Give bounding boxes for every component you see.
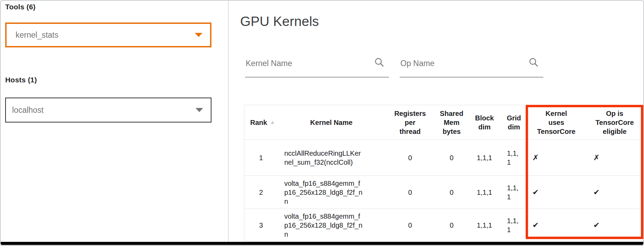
cell-kernel-uses-tensorcore: ✗ <box>527 140 586 176</box>
sidebar-divider <box>228 1 229 243</box>
kernel-name-filter <box>245 52 389 78</box>
cell-registers-per-thread: 0 <box>385 176 435 209</box>
column-header-registers-per-thread[interactable]: Registers per thread <box>385 105 435 140</box>
table-header-row: Rank▲ Kernel Name Registers per thread S… <box>244 105 644 140</box>
cell-shared-mem-bytes: 0 <box>435 176 468 209</box>
cell-kernel-uses-tensorcore: ✔ <box>527 176 586 209</box>
bottom-bar <box>1 242 643 245</box>
cell-grid-dim: 1,1,1 <box>501 209 527 242</box>
op-name-filter <box>400 52 543 78</box>
cell-kernel-name: volta_fp16_s884gemm_fp16_256x128_ldg8_f2… <box>278 176 385 209</box>
hosts-section-label: Hosts (1) <box>5 76 37 84</box>
cell-block-dim: 1,1,1 <box>468 176 501 209</box>
kernel-name-input[interactable] <box>245 52 389 77</box>
page-title: GPU Kernels <box>240 14 319 29</box>
tools-section-label: Tools (6) <box>5 3 36 11</box>
cell-rank: 2 <box>244 176 278 209</box>
hosts-select[interactable]: localhost <box>5 98 211 122</box>
hosts-selected-value: localhost <box>12 106 44 115</box>
cell-op-is-tensorcore-eligible: ✔ <box>586 176 644 209</box>
chevron-down-icon <box>196 108 203 112</box>
cell-kernel-name: volta_fp16_s884gemm_fp16_256x128_ldg8_f2… <box>278 209 385 242</box>
table-row: 1 ncclAllReduceRingLLKernel_sum_f32(nccl… <box>244 140 644 176</box>
sort-ascending-icon: ▲ <box>270 119 275 125</box>
tools-selected-value: kernel_stats <box>16 30 58 40</box>
column-header-block-dim[interactable]: Block dim <box>468 105 501 140</box>
table-row: 3 volta_fp16_s884gemm_fp16_256x128_ldg8_… <box>244 209 644 242</box>
gpu-kernels-table: Rank▲ Kernel Name Registers per thread S… <box>244 105 644 242</box>
chevron-down-icon <box>195 33 202 37</box>
column-header-grid-dim[interactable]: Grid dim <box>501 105 527 140</box>
tools-select[interactable]: kernel_stats <box>5 22 211 47</box>
cell-block-dim: 1,1,1 <box>468 140 501 176</box>
cell-registers-per-thread: 0 <box>385 209 435 242</box>
profiler-window: Tools (6) kernel_stats Hosts (1) localho… <box>0 0 644 246</box>
cell-grid-dim: 1,1,1 <box>501 176 527 209</box>
column-header-op-is-tensorcore-eligible[interactable]: Op is TensorCore eligible <box>586 105 644 140</box>
column-header-kernel-uses-tensorcore[interactable]: Kernel uses TensorCore <box>527 105 586 140</box>
cell-grid-dim: 1,1,1 <box>501 140 527 176</box>
column-header-rank[interactable]: Rank▲ <box>244 105 278 140</box>
cell-rank: 3 <box>244 209 278 242</box>
cell-rank: 1 <box>244 140 278 176</box>
cell-shared-mem-bytes: 0 <box>435 140 468 176</box>
cell-registers-per-thread: 0 <box>385 140 435 176</box>
column-header-kernel-name[interactable]: Kernel Name <box>278 105 385 140</box>
cell-op-is-tensorcore-eligible: ✔ <box>586 209 644 242</box>
op-name-input[interactable] <box>400 52 543 77</box>
cell-kernel-uses-tensorcore: ✔ <box>527 209 586 242</box>
cell-op-is-tensorcore-eligible: ✗ <box>586 140 644 176</box>
cell-shared-mem-bytes: 0 <box>435 209 468 242</box>
cell-block-dim: 1,1,1 <box>468 209 501 242</box>
column-header-shared-mem-bytes[interactable]: Shared Mem bytes <box>435 105 468 140</box>
cell-kernel-name: ncclAllReduceRingLLKernel_sum_f32(ncclCo… <box>278 140 385 176</box>
table-row: 2 volta_fp16_s884gemm_fp16_256x128_ldg8_… <box>244 176 644 209</box>
